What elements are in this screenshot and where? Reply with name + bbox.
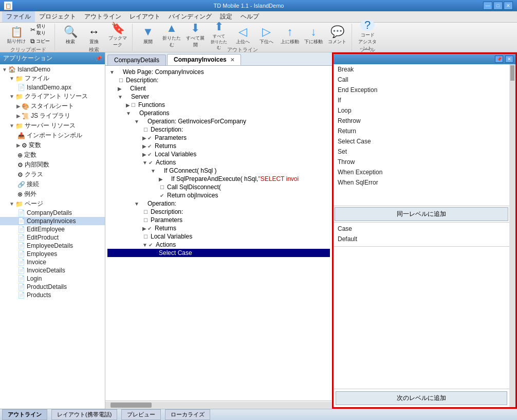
close-button[interactable]: ✕ xyxy=(504,2,513,10)
sidebar-item-company-invoices[interactable]: 📄 CompanyInvoices xyxy=(0,217,105,225)
tab-close-icon[interactable]: ✕ xyxy=(230,57,234,63)
sub-list-item-case[interactable]: Case xyxy=(334,224,509,234)
status-tab-0[interactable]: アウトライン xyxy=(2,409,47,420)
sidebar-content[interactable]: ▼ 🏠 IslandDemo▼ 📁 ファイル 📄 IslandDemo.apx▼… xyxy=(0,64,105,409)
sidebar-item-client-resources[interactable]: ▼ 📁 クライアント リソース xyxy=(0,92,105,101)
sidebar-item-employees[interactable]: 📄 Employees xyxy=(0,250,105,258)
panel-close-button[interactable]: ✕ xyxy=(505,56,513,63)
code-node-operation2[interactable]: ▼ Operation: xyxy=(107,199,330,208)
expand-button[interactable]: ▼ 展開 xyxy=(137,25,159,46)
horizontal-scrollbar[interactable] xyxy=(105,400,332,409)
sidebar-item-islanddemo-apx[interactable]: 📄 IslandDemo.apx xyxy=(0,83,105,92)
cut-button[interactable]: ✂ 切り取り xyxy=(29,25,51,35)
move-down-button[interactable]: ↓ 下に移動 xyxy=(302,25,325,46)
move-up-button[interactable]: ↑ 上に移動 xyxy=(279,25,301,46)
code-node-returns[interactable]: ▶ ✔ Returns xyxy=(107,142,330,150)
sidebar-item-login[interactable]: 📄 Login xyxy=(0,275,105,283)
collapse-all-button[interactable]: ⬆ すべて折りたたむ xyxy=(208,25,230,46)
menu-outline[interactable]: アウトライン xyxy=(80,11,125,22)
menu-binding[interactable]: バインディング xyxy=(164,11,216,22)
copy-button[interactable]: ⧉ コピー xyxy=(29,36,51,46)
code-node-actions2[interactable]: ▼ ✔ Actions xyxy=(107,241,330,249)
code-node-params2[interactable]: ☐ Parameters xyxy=(107,216,330,224)
code-node-webpage[interactable]: ▼ Web Page: CompanyInvoices xyxy=(107,68,330,76)
code-node-desc2[interactable]: ☐ Description: xyxy=(107,125,330,134)
right-list-item-when-sqlerror[interactable]: When SqlError xyxy=(334,177,509,188)
right-list-item-rethrow[interactable]: Rethrow xyxy=(334,116,509,126)
minimize-button[interactable]: — xyxy=(483,2,492,10)
tab-company-invoices[interactable]: CompanyInvoices ✕ xyxy=(167,54,241,65)
sidebar-item-variable[interactable]: ▶ ⚙ 変数 xyxy=(0,140,105,150)
code-node-desc3[interactable]: ☐ Description: xyxy=(107,208,330,216)
code-node-if-gconnect[interactable]: ▼ If GConnect( hSql ) xyxy=(107,167,330,175)
sidebar-item-file[interactable]: ▼ 📁 ファイル xyxy=(0,74,105,83)
sidebar-item-import-symbol[interactable]: 📥 インポートシンボル xyxy=(0,131,105,140)
code-node-functions[interactable]: ▶ ☐ Functions xyxy=(107,101,330,109)
sidebar-item-connection[interactable]: 🔗 接続 xyxy=(0,179,105,189)
sidebar-item-class[interactable]: ⚙ クラス xyxy=(0,170,105,179)
collapse-button[interactable]: ▲ 折りたたむ xyxy=(160,25,183,46)
add-next-level-button[interactable]: 次のレベルに追加 xyxy=(336,391,507,405)
code-node-client[interactable]: ▶ Client xyxy=(107,84,330,93)
code-node-actions1[interactable]: ▼ ✔ Actions xyxy=(107,158,330,167)
status-tab-1[interactable]: レイアウト(携帯電話) xyxy=(51,409,117,420)
status-tab-2[interactable]: プレビュー xyxy=(121,409,161,420)
menu-file[interactable]: ファイル xyxy=(2,11,35,22)
expand-all-button[interactable]: ⬇ すべて展開 xyxy=(184,25,207,46)
code-assistant-button[interactable]: ? コードアシスタント xyxy=(356,25,379,46)
code-node-localvars[interactable]: ▶ ✔ Local Variables xyxy=(107,150,330,158)
sidebar-item-products[interactable]: 📄 Products xyxy=(0,291,105,299)
right-list-item-set[interactable]: Set xyxy=(334,147,509,157)
scroll-thumb[interactable] xyxy=(510,65,514,81)
sidebar-item-edit-employee[interactable]: 📄 EditEmployee xyxy=(0,225,105,233)
right-list-item-return[interactable]: Return xyxy=(334,126,509,136)
down-level-button[interactable]: ▷ 下位へ xyxy=(255,25,278,46)
right-list-item-break[interactable]: Break xyxy=(334,64,509,75)
code-node-returns2[interactable]: ▶ ✔ Returns xyxy=(107,224,330,232)
up-level-button[interactable]: ◁ 上位へ xyxy=(231,25,254,46)
code-node-params[interactable]: ▶ ✔ Parameters xyxy=(107,134,330,142)
window-controls[interactable]: — □ ✕ xyxy=(483,2,513,10)
sidebar-item-invoice-details[interactable]: 📄 InvoiceDetails xyxy=(0,266,105,275)
search-button[interactable]: 🔍 検索 xyxy=(59,25,82,46)
replace-button[interactable]: ↔ 置換 xyxy=(83,25,105,46)
menu-project[interactable]: プロジェクト xyxy=(35,11,80,22)
code-node-operation1[interactable]: ▼ Operation: GetInvoicesForCompany xyxy=(107,117,330,125)
add-same-level-button[interactable]: 同一レベルに追加 xyxy=(335,207,508,221)
code-node-localvars2[interactable]: ☐ Local Variables xyxy=(107,232,330,241)
status-tab-3[interactable]: ローカライズ xyxy=(165,409,210,420)
sidebar-item-invoice[interactable]: 📄 Invoice xyxy=(0,258,105,266)
sidebar-item-islanddemo[interactable]: ▼ 🏠 IslandDemo xyxy=(0,65,105,74)
sidebar-item-internal-func[interactable]: ⚙ 内部関数 xyxy=(0,160,105,170)
right-list-item-throw[interactable]: Throw xyxy=(334,157,509,167)
comment-button[interactable]: 💬 コメント xyxy=(326,25,348,46)
code-node-call-sql[interactable]: ☐ Call SqlDisconnect( xyxy=(107,183,330,191)
sub-list-item-default[interactable]: Default xyxy=(334,234,509,244)
code-node-description1[interactable]: ☐ Description: xyxy=(107,76,330,84)
menu-layout[interactable]: レイアウト xyxy=(125,11,164,22)
tab-company-details[interactable]: CompanyDetails xyxy=(107,54,166,65)
right-list-item-if[interactable]: If xyxy=(334,95,509,105)
doc-content[interactable]: ▼ Web Page: CompanyInvoices ☐ Descriptio… xyxy=(105,66,332,400)
sidebar-item-product-details[interactable]: 📄 ProductDetails xyxy=(0,283,105,291)
paste-button[interactable]: 📋 貼り付け xyxy=(5,25,28,46)
code-node-if-sql[interactable]: ▶ If SqlPrepareAndExecute( hSql, "SELECT… xyxy=(107,175,330,183)
code-node-operations[interactable]: ▼ Operations xyxy=(107,109,330,117)
right-list-item-when-exception[interactable]: When Exception xyxy=(334,167,509,177)
right-list-item-call[interactable]: Call xyxy=(334,75,509,85)
bookmark-button[interactable]: 🔖 ブックマーク xyxy=(106,25,129,46)
right-list-item-select-case[interactable]: Select Case xyxy=(334,136,509,147)
maximize-button[interactable]: □ xyxy=(493,2,503,10)
sidebar-item-server-resources[interactable]: ▼ 📁 サーバー リソース xyxy=(0,121,105,131)
sidebar-item-exception[interactable]: ⊗ 例外 xyxy=(0,189,105,199)
code-node-select-case[interactable]: Select Case xyxy=(107,249,330,257)
panel-pin-button[interactable]: 📌 xyxy=(495,56,503,63)
right-list-item-loop[interactable]: Loop xyxy=(334,105,509,116)
vertical-scrollbar[interactable] xyxy=(509,64,515,407)
sidebar-item-edit-product[interactable]: 📄 EditProduct xyxy=(0,233,105,242)
sidebar-item-employee-details[interactable]: 📄 EmployeeDetails xyxy=(0,242,105,250)
code-node-return[interactable]: ✔ Return objInvoices xyxy=(107,191,330,199)
menu-help[interactable]: ヘルプ xyxy=(236,11,263,22)
sidebar-item-stylesheet[interactable]: ▶ 🎨 スタイルシート xyxy=(0,101,105,111)
sidebar-item-company-details[interactable]: 📄 CompanyDetails xyxy=(0,209,105,217)
